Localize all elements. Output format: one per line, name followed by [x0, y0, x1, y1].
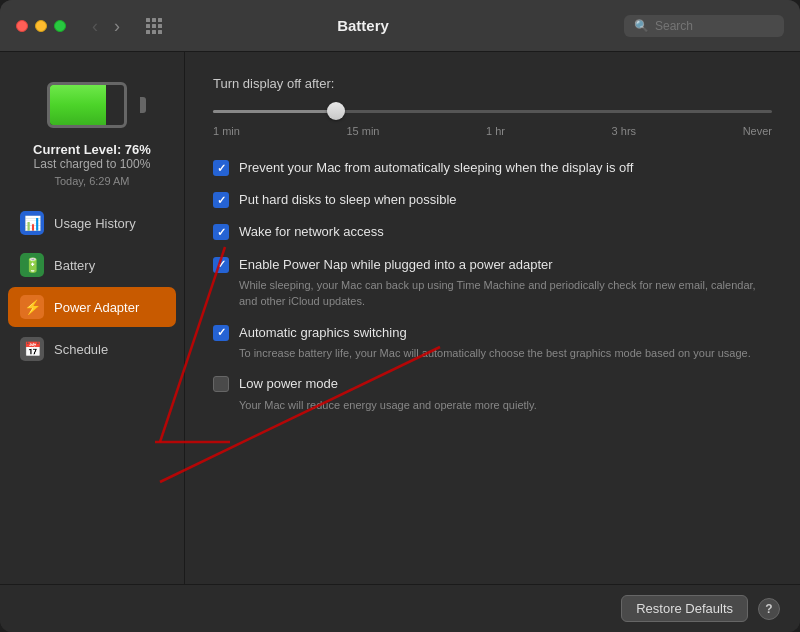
- slider-ticks: 1 min 15 min 1 hr 3 hrs Never: [213, 125, 772, 137]
- slider-fill: [213, 110, 336, 113]
- slider-thumb[interactable]: [327, 102, 345, 120]
- sidebar-nav: 📊 Usage History 🔋 Battery ⚡ Power Adapte…: [0, 203, 184, 369]
- sidebar-item-usage-history[interactable]: 📊 Usage History: [8, 203, 176, 243]
- traffic-lights: [16, 20, 66, 32]
- maximize-button[interactable]: [54, 20, 66, 32]
- slider-container: Turn display off after: 1 min 15 min 1 h…: [213, 76, 772, 137]
- battery-icon-container: [47, 82, 137, 128]
- option-label-power-nap: Enable Power Nap while plugged into a po…: [239, 256, 772, 274]
- option-label-low-power: Low power mode: [239, 375, 537, 393]
- restore-defaults-button[interactable]: Restore Defaults: [621, 595, 748, 622]
- option-hard-disk: ✓ Put hard disks to sleep when possible: [213, 191, 772, 209]
- option-low-power: Low power mode Your Mac will reduce ener…: [213, 375, 772, 413]
- close-button[interactable]: [16, 20, 28, 32]
- battery-status: Current Level: 76% Last charged to 100%: [33, 142, 151, 171]
- option-label-prevent-sleep: Prevent your Mac from automatically slee…: [239, 159, 633, 177]
- battery-fill: [50, 85, 106, 125]
- battery-nav-icon: 🔋: [20, 253, 44, 277]
- help-button[interactable]: ?: [758, 598, 780, 620]
- slider-track[interactable]: [213, 101, 772, 121]
- tick-1min: 1 min: [213, 125, 240, 137]
- schedule-label: Schedule: [54, 342, 108, 357]
- battery-terminal: [140, 97, 146, 113]
- search-icon: 🔍: [634, 19, 649, 33]
- tick-3hrs: 3 hrs: [612, 125, 636, 137]
- checkbox-auto-graphics[interactable]: ✓: [213, 325, 229, 341]
- option-power-nap: ✓ Enable Power Nap while plugged into a …: [213, 256, 772, 310]
- power-adapter-icon: ⚡: [20, 295, 44, 319]
- option-label-hard-disk: Put hard disks to sleep when possible: [239, 191, 457, 209]
- checkbox-prevent-sleep[interactable]: ✓: [213, 160, 229, 176]
- sidebar-item-schedule[interactable]: 📅 Schedule: [8, 329, 176, 369]
- option-label-auto-graphics: Automatic graphics switching: [239, 324, 751, 342]
- option-auto-graphics: ✓ Automatic graphics switching To increa…: [213, 324, 772, 362]
- main-window: ‹ › Battery 🔍 Cur: [0, 0, 800, 632]
- battery-icon: [47, 82, 137, 128]
- option-prevent-sleep: ✓ Prevent your Mac from automatically sl…: [213, 159, 772, 177]
- option-desc-low-power: Your Mac will reduce energy usage and op…: [239, 397, 537, 414]
- minimize-button[interactable]: [35, 20, 47, 32]
- tick-1hr: 1 hr: [486, 125, 505, 137]
- battery-time-text: Today, 6:29 AM: [54, 175, 129, 187]
- option-desc-auto-graphics: To increase battery life, your Mac will …: [239, 345, 751, 362]
- main-body: Current Level: 76% Last charged to 100% …: [0, 52, 800, 584]
- checkbox-hard-disk[interactable]: ✓: [213, 192, 229, 208]
- back-button[interactable]: ‹: [86, 15, 104, 37]
- checkmark-auto-graphics: ✓: [217, 327, 226, 338]
- battery-charged-text: Last charged to 100%: [33, 157, 151, 171]
- power-adapter-label: Power Adapter: [54, 300, 139, 315]
- search-box[interactable]: 🔍: [624, 15, 784, 37]
- tick-never: Never: [743, 125, 772, 137]
- checkmark-power-nap: ✓: [217, 259, 226, 270]
- checkmark-prevent-sleep: ✓: [217, 163, 226, 174]
- option-label-wake-network: Wake for network access: [239, 223, 384, 241]
- sidebar: Current Level: 76% Last charged to 100% …: [0, 52, 185, 584]
- checkbox-wake-network[interactable]: ✓: [213, 224, 229, 240]
- titlebar: ‹ › Battery 🔍: [0, 0, 800, 52]
- usage-history-label: Usage History: [54, 216, 136, 231]
- checkbox-low-power[interactable]: [213, 376, 229, 392]
- battery-nav-label: Battery: [54, 258, 95, 273]
- content-panel: Turn display off after: 1 min 15 min 1 h…: [185, 52, 800, 584]
- checkbox-power-nap[interactable]: ✓: [213, 257, 229, 273]
- battery-level-text: Current Level: 76%: [33, 142, 151, 157]
- slider-label: Turn display off after:: [213, 76, 772, 91]
- tick-15min: 15 min: [346, 125, 379, 137]
- search-input[interactable]: [655, 19, 774, 33]
- sidebar-item-battery[interactable]: 🔋 Battery: [8, 245, 176, 285]
- slider-line: [213, 110, 772, 113]
- bottom-bar: Restore Defaults ?: [0, 584, 800, 632]
- sidebar-item-power-adapter[interactable]: ⚡ Power Adapter: [8, 287, 176, 327]
- option-wake-network: ✓ Wake for network access: [213, 223, 772, 241]
- checkmark-hard-disk: ✓: [217, 195, 226, 206]
- usage-history-icon: 📊: [20, 211, 44, 235]
- window-title: Battery: [114, 17, 612, 34]
- checkmark-wake-network: ✓: [217, 227, 226, 238]
- option-desc-power-nap: While sleeping, your Mac can back up usi…: [239, 277, 772, 310]
- schedule-icon: 📅: [20, 337, 44, 361]
